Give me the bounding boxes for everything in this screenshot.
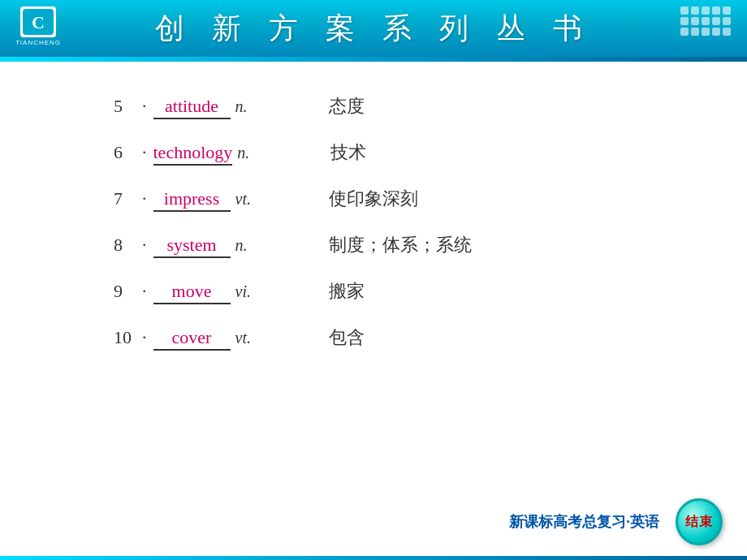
- logo: C TIANCHENG: [15, 6, 62, 49]
- item-word: system: [153, 235, 231, 258]
- item-word: attitude: [153, 96, 231, 119]
- header-bar: C TIANCHENG 创 新 方 案 系 列 丛 书: [0, 0, 747, 57]
- item-pos: vt.: [235, 190, 264, 209]
- item-number: 10: [114, 327, 142, 348]
- vocab-item: 6 · technology n. 技术: [114, 140, 650, 166]
- vocab-item: 5 · attitude n. 态度: [114, 94, 650, 119]
- vocab-item: 9 · move vi. 搬家: [114, 279, 650, 304]
- deco-dots: [680, 6, 731, 36]
- item-pos: vt.: [235, 329, 264, 347]
- vocab-item: 7 · impress vt. 使印象深刻: [114, 187, 650, 212]
- item-dot: ·: [142, 142, 147, 163]
- item-dot: ·: [142, 281, 147, 302]
- item-meaning: 包含: [329, 325, 365, 350]
- item-pos: n.: [237, 144, 266, 162]
- item-meaning: 态度: [329, 94, 365, 118]
- item-dot: ·: [142, 235, 147, 256]
- header-title: 创 新 方 案 系 列 丛 书: [155, 9, 592, 49]
- main-content: 5 · attitude n. 态度 6 · technology n. 技术 …: [0, 62, 747, 388]
- item-word: cover: [153, 327, 231, 351]
- item-dot: ·: [142, 96, 147, 117]
- footer-subtitle: 新课标高考总复习·英语: [509, 512, 659, 532]
- end-button[interactable]: 结束: [676, 498, 723, 545]
- item-number: 8: [114, 235, 142, 256]
- item-dot: ·: [142, 188, 147, 209]
- item-number: 6: [114, 142, 142, 163]
- item-number: 7: [114, 188, 142, 209]
- item-pos: vi.: [235, 282, 264, 301]
- item-meaning: 搬家: [329, 279, 365, 304]
- vocab-item: 10 · cover vt. 包含: [114, 325, 650, 351]
- item-number: 9: [114, 281, 142, 302]
- logo-text: TIANCHENG: [15, 39, 61, 46]
- item-pos: n.: [235, 236, 264, 255]
- item-dot: ·: [142, 327, 147, 348]
- footer-area: 新课标高考总复习·英语 结束: [509, 498, 723, 545]
- item-word: impress: [153, 188, 231, 212]
- end-button-text: 结束: [685, 514, 713, 531]
- vocab-item: 8 · system n. 制度；体系；系统: [114, 233, 650, 258]
- vocab-list: 5 · attitude n. 态度 6 · technology n. 技术 …: [114, 94, 650, 351]
- logo-icon: C: [20, 6, 56, 37]
- item-meaning: 技术: [330, 140, 366, 165]
- item-pos: n.: [235, 97, 264, 116]
- bottom-accent-line: [0, 556, 747, 560]
- item-number: 5: [114, 96, 142, 117]
- item-meaning: 使印象深刻: [329, 187, 418, 211]
- item-meaning: 制度；体系；系统: [329, 233, 472, 257]
- item-word: technology: [153, 142, 233, 166]
- svg-text:C: C: [32, 12, 45, 32]
- item-word: move: [153, 281, 231, 304]
